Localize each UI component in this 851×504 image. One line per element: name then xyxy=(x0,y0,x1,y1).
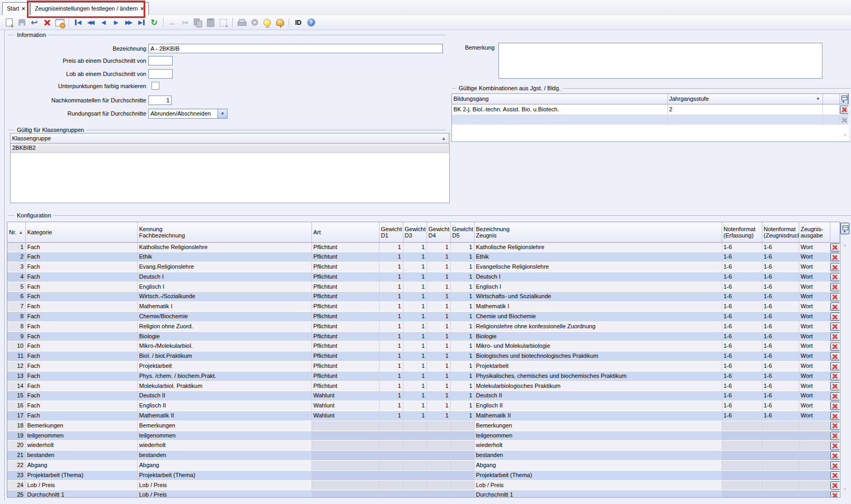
delete-row-button[interactable] xyxy=(830,243,840,252)
scroll-down-icon[interactable]: ▼ xyxy=(843,133,847,138)
first-record-icon[interactable] xyxy=(72,17,84,28)
cell-kennung[interactable]: Wirtsch.-/Sozialkunde xyxy=(137,292,311,302)
cell-bildungsgang[interactable] xyxy=(452,115,667,125)
cell-nr[interactable]: 24 xyxy=(7,480,25,490)
cell-gewicht_d3[interactable]: 1 xyxy=(403,272,427,282)
cell-gewicht_d3[interactable]: 1 xyxy=(403,321,427,331)
cell-gewicht_d4[interactable] xyxy=(427,441,450,451)
cell-gewicht_d3[interactable]: 1 xyxy=(403,242,427,252)
cell-gewicht_d1[interactable] xyxy=(379,470,403,480)
cell-gewicht_d1[interactable]: 1 xyxy=(379,362,403,372)
previous-record-icon[interactable] xyxy=(98,17,109,28)
cell-zeugnisausgabe[interactable] xyxy=(799,431,830,441)
cell-gewicht_d4[interactable]: 1 xyxy=(427,391,450,401)
cell-zeugnisausgabe[interactable]: Wort xyxy=(799,302,830,312)
cell-kategorie[interactable]: Fach xyxy=(25,252,137,262)
preis-input[interactable] xyxy=(148,56,173,65)
cell-kennung[interactable]: Lob / Preis xyxy=(137,480,311,490)
cell-kennung[interactable]: Religion ohne Zuord. xyxy=(137,321,311,331)
cell-notenformat_erfassung[interactable] xyxy=(722,461,762,471)
cell-kennung[interactable]: Projektarbeit xyxy=(137,362,311,372)
cell-gewicht_d3[interactable]: 1 xyxy=(403,252,427,262)
cell-gewicht_d4[interactable]: 1 xyxy=(427,371,450,381)
cell-gewicht_d3[interactable]: 1 xyxy=(403,312,427,322)
cell-bezeichnung_zeugnis[interactable]: Deutsch II xyxy=(474,391,722,401)
cell-notenformat_zeugnisdruck[interactable] xyxy=(762,480,799,490)
cell-gewicht_d4[interactable]: 1 xyxy=(427,262,450,272)
cell-gewicht_d1[interactable]: 1 xyxy=(379,331,403,341)
delete-row-button[interactable] xyxy=(830,253,840,261)
cell-notenformat_erfassung[interactable]: 1-6 xyxy=(722,302,762,312)
notification-bell-icon[interactable] xyxy=(274,17,286,28)
cell-zeugnisausgabe[interactable]: Wort xyxy=(799,331,830,341)
cell-art[interactable]: Pflichtunt xyxy=(311,272,379,282)
scroll-down-icon[interactable]: ▼ xyxy=(843,487,847,492)
kombinationen-scrollbar[interactable] xyxy=(849,93,851,141)
cell-gewicht_d4[interactable] xyxy=(427,451,450,461)
cell-kategorie[interactable]: Fach xyxy=(25,351,137,362)
cell-kategorie[interactable]: bestanden xyxy=(25,451,137,461)
cell-bezeichnung_zeugnis[interactable]: Englisch II xyxy=(474,401,722,411)
cell-zeugnisausgabe[interactable]: Wort xyxy=(799,292,830,302)
cell-kennung[interactable]: teilgenommen xyxy=(137,431,311,441)
cell-gewicht_d4[interactable]: 1 xyxy=(427,312,450,322)
cell-bezeichnung_zeugnis[interactable]: Chemie und Biochemie xyxy=(474,312,722,322)
cell-gewicht_d5[interactable]: 1 xyxy=(450,341,474,351)
cell-gewicht_d3[interactable] xyxy=(403,470,427,480)
delete-row-button[interactable] xyxy=(830,312,840,321)
cell-kennung[interactable]: Bemerkungen xyxy=(137,421,311,431)
cell-gewicht_d4[interactable]: 1 xyxy=(427,272,450,282)
cell-notenformat_erfassung[interactable]: 1-6 xyxy=(722,242,762,252)
cell-gewicht_d1[interactable]: 1 xyxy=(379,302,403,312)
cell-notenformat_zeugnisdruck[interactable] xyxy=(762,451,799,461)
cell-notenformat_zeugnisdruck[interactable]: 1-6 xyxy=(762,312,799,322)
delete-row-button[interactable] xyxy=(830,422,840,430)
cell-gewicht_d4[interactable] xyxy=(427,490,450,498)
cell-nr[interactable]: 12 xyxy=(7,362,25,372)
cell-notenformat_erfassung[interactable]: 1-6 xyxy=(722,391,762,401)
cell-zeugnisausgabe[interactable]: Wort xyxy=(799,341,830,351)
cell-gewicht_d1[interactable] xyxy=(379,431,403,441)
cell-notenformat_erfassung[interactable]: 1-6 xyxy=(722,262,762,272)
edit-form-icon[interactable] xyxy=(54,17,65,28)
cell-gewicht_d4[interactable]: 1 xyxy=(427,411,450,421)
cell-notenformat_erfassung[interactable]: 1-6 xyxy=(722,362,762,372)
cell-kennung[interactable]: Mathematik I xyxy=(137,302,311,312)
cell-nr[interactable]: 3 xyxy=(7,262,25,272)
delete-row-button[interactable] xyxy=(830,491,840,498)
cell-gewicht_d4[interactable] xyxy=(427,470,450,480)
cell-notenformat_erfassung[interactable]: 1-6 xyxy=(722,272,762,282)
cell-gewicht_d3[interactable]: 1 xyxy=(403,391,427,401)
cell-nr[interactable]: 1 xyxy=(7,242,25,252)
cell-notenformat_erfassung[interactable] xyxy=(722,441,762,451)
cell-art[interactable]: Pflichtunt xyxy=(311,371,379,381)
cell-gewicht_d3[interactable] xyxy=(403,480,427,490)
cell-kategorie[interactable]: Fach xyxy=(25,341,137,351)
cell-gewicht_d4[interactable] xyxy=(427,421,450,431)
column-header-nr[interactable]: Nr.▲ xyxy=(7,222,25,242)
cell-bezeichnung_zeugnis[interactable]: Projektarbeit (Thema) xyxy=(474,470,722,480)
append-row-button[interactable] xyxy=(839,94,848,104)
cell-gewicht_d1[interactable]: 1 xyxy=(379,272,403,282)
column-header-gewicht_d4[interactable]: Gewicht D4 xyxy=(427,222,450,242)
cell-gewicht_d1[interactable]: 1 xyxy=(379,381,403,391)
cell-zeugnisausgabe[interactable]: Wort xyxy=(799,401,830,411)
cell-gewicht_d5[interactable]: 1 xyxy=(450,401,474,411)
cell-kategorie[interactable]: Fach xyxy=(25,371,137,381)
cell-nr[interactable]: 7 xyxy=(7,302,25,312)
cell-kennung[interactable]: Abgang xyxy=(137,461,311,471)
cell-notenformat_zeugnisdruck[interactable]: 1-6 xyxy=(762,371,799,381)
cell-bezeichnung_zeugnis[interactable]: Ethik xyxy=(474,252,722,262)
cell-gewicht_d4[interactable]: 1 xyxy=(427,381,450,391)
cell-nr[interactable]: 2 xyxy=(7,252,25,262)
cell-kategorie[interactable]: Fach xyxy=(25,401,137,411)
cell-notenformat_erfassung[interactable]: 1-6 xyxy=(722,312,762,322)
cell-gewicht_d5[interactable]: 1 xyxy=(450,391,474,401)
cell-bezeichnung_zeugnis[interactable]: Wirtschafts- und Sozialkunde xyxy=(474,292,722,302)
column-header-gewicht_d5[interactable]: Gewicht D5 xyxy=(450,222,474,242)
cell-gewicht_d3[interactable]: 1 xyxy=(403,282,427,292)
lob-input[interactable] xyxy=(148,69,173,79)
cell-bezeichnung_zeugnis[interactable]: Biologie xyxy=(474,331,722,341)
chevron-down-icon[interactable]: ▼ xyxy=(218,109,227,118)
cell-kennung[interactable]: bestanden xyxy=(137,451,311,461)
